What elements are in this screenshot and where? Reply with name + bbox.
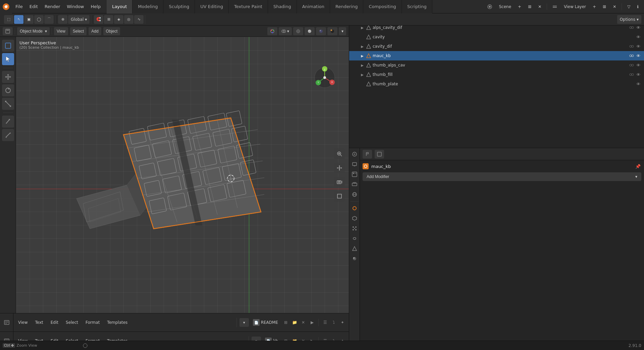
snap-magnet-icon[interactable]: 🧲 (94, 15, 103, 24)
tab-compositing[interactable]: Compositing (363, 0, 402, 13)
tab-scripting[interactable]: Scripting (402, 0, 432, 13)
syntax-btn-1[interactable]: ✦ (339, 319, 346, 326)
bottom-menu-1-text[interactable]: Text (32, 319, 46, 326)
bottom-menu-1-edit[interactable]: Edit (47, 319, 62, 326)
xray-toggle[interactable] (293, 27, 303, 35)
menu-file[interactable]: File (12, 0, 26, 13)
tool-scale[interactable] (2, 98, 14, 110)
prop-icon-constraints[interactable] (350, 234, 359, 243)
text-editor-type-1[interactable] (2, 318, 11, 327)
text-run-btn-1[interactable]: ▶ (308, 319, 316, 326)
tool-annotate[interactable] (2, 116, 14, 128)
toolbar-cursor-icon[interactable]: ↖ (14, 15, 23, 24)
toolbar-select-lasso-icon[interactable]: ⌒ (44, 15, 54, 24)
prop-pin-btn[interactable]: 📌 (635, 163, 641, 170)
toolbar-view-icon[interactable]: ⬚ (4, 15, 13, 24)
props-display-mode[interactable] (375, 150, 384, 159)
tab-sculpting[interactable]: Sculpting (163, 0, 195, 13)
options-dropdown[interactable]: Options ▾ (617, 15, 641, 24)
proportional-edit-icon[interactable]: ◎ (124, 15, 133, 24)
text-copy-btn-1[interactable]: ⊞ (282, 319, 289, 326)
tool-move[interactable] (2, 71, 14, 83)
add-modifier-btn[interactable]: Add Modifier ▾ (363, 172, 641, 181)
shading-solid[interactable] (305, 27, 315, 35)
info-btn[interactable]: ℹ (634, 3, 641, 10)
ortho-btn[interactable] (334, 191, 345, 202)
prop-icon-object[interactable] (350, 204, 359, 213)
toolbar-origin-icon[interactable]: ⊕ (58, 15, 67, 24)
tab-layout[interactable]: Layout (107, 0, 132, 13)
expand-alps[interactable]: ▶ (360, 25, 365, 30)
tool-rotate[interactable] (2, 84, 14, 96)
text-folder-btn-1[interactable]: 📁 (291, 319, 298, 326)
shading-rendered[interactable] (327, 27, 337, 35)
tool-measure[interactable] (2, 129, 14, 141)
outliner-item-cavity-dif[interactable]: ▶ cavity_dif 👁 (349, 42, 644, 51)
toolbar-select-circle-icon[interactable]: ◯ (34, 15, 44, 24)
snap-pivot-icon[interactable]: ◈ (114, 15, 123, 24)
menu-window[interactable]: Window (63, 0, 87, 13)
prop-icon-output[interactable] (350, 160, 359, 169)
linenums-btn-1[interactable]: ☰ (321, 319, 329, 326)
outliner-item-thumb-plate[interactable]: ▶ thumb_plate 👁 (349, 79, 644, 89)
scene-delete-btn[interactable]: ✕ (535, 3, 544, 10)
toolbar-select-box-icon[interactable]: ▣ (24, 15, 34, 24)
menu-edit[interactable]: Edit (26, 0, 41, 13)
wordwrap-btn-1[interactable]: ⤵ (330, 319, 337, 326)
shading-options[interactable]: ▾ (339, 27, 346, 35)
object-menu[interactable]: Object (103, 27, 120, 35)
viewlayer-new-btn[interactable]: + (590, 3, 599, 10)
mode-dropdown[interactable]: Object Mode ▾ (17, 27, 50, 35)
add-menu[interactable]: Add (89, 27, 101, 35)
proportional-mode-icon[interactable]: ∿ (134, 15, 144, 24)
magnify-btn[interactable] (334, 148, 345, 159)
camera-btn[interactable] (334, 177, 345, 187)
tab-shading[interactable]: Shading (268, 0, 297, 13)
visibility-thumb-alps[interactable]: 👁 (635, 62, 641, 68)
menu-help[interactable]: Help (88, 0, 104, 13)
viewlayer-delete-btn[interactable]: ✕ (610, 3, 619, 10)
tool-selector[interactable] (2, 40, 14, 52)
viewlayer-copy-btn[interactable]: ⊞ (600, 3, 609, 10)
scene-selector[interactable]: Scene (496, 3, 514, 10)
visibility-cavity[interactable]: 👁 (635, 34, 641, 40)
menu-render[interactable]: Render (41, 0, 63, 13)
viewport-area[interactable]: User Perspective (20) Scene Collection |… (16, 37, 349, 313)
bottom-menu-1-format[interactable]: Format (82, 319, 103, 326)
outliner-item-mauc-kb[interactable]: ▶ mauc_kb 👁 (349, 51, 644, 60)
prop-icon-render[interactable] (350, 149, 359, 159)
shading-material[interactable] (316, 27, 326, 35)
prop-icon-particles[interactable] (350, 224, 359, 233)
viewlayer-selector[interactable]: View Layer (561, 3, 589, 10)
bottom-menu-1-select[interactable]: Select (62, 319, 82, 326)
tab-uv-editing[interactable]: UV Editing (195, 0, 229, 13)
props-editor-type[interactable] (363, 150, 372, 159)
expand-thumb-alps[interactable]: ▶ (360, 63, 365, 68)
outliner-item-cavity[interactable]: ▶ cavity 👁 (349, 32, 644, 42)
visibility-mauc-kb[interactable]: 👁 (635, 53, 641, 59)
outliner-item-thumb-alps-cav[interactable]: ▶ thumb_alps_cav 👁 (349, 60, 644, 70)
scene-copy-btn[interactable]: ⊞ (525, 3, 534, 10)
prop-icon-viewport[interactable] (350, 170, 359, 179)
pan-btn[interactable] (334, 163, 345, 173)
viewport-gizmo-toggle[interactable] (267, 27, 277, 35)
transform-dropdown[interactable]: Global ▾ (68, 15, 90, 24)
viewport-overlay-toggle[interactable]: ▾ (279, 27, 292, 35)
visibility-thumb-fill[interactable]: 👁 (635, 72, 641, 78)
prop-icon-modifier[interactable] (350, 214, 359, 223)
tab-modeling[interactable]: Modeling (132, 0, 163, 13)
tab-animation[interactable]: Animation (297, 0, 330, 13)
visibility-thumb-plate[interactable]: 👁 (635, 81, 641, 87)
prop-icon-scene[interactable] (350, 180, 359, 189)
prop-icon-data[interactable] (350, 244, 359, 253)
expand-cavity-dif[interactable]: ▶ (360, 44, 365, 49)
filter-btn[interactable]: ▽ (625, 3, 633, 10)
bottom-menu-1-templates[interactable]: Templates (104, 319, 131, 326)
tool-cursor[interactable] (2, 53, 14, 65)
prop-icon-material[interactable] (350, 254, 359, 263)
bottom-menu-1-view[interactable]: View (15, 319, 31, 326)
text-close-btn-1[interactable]: ✕ (300, 319, 307, 326)
expand-thumb-fill[interactable]: ▶ (360, 72, 365, 77)
editor-type-btn[interactable] (3, 27, 13, 35)
outliner-item-thumb-fill[interactable]: ▶ thumb_fill 👁 (349, 70, 644, 79)
